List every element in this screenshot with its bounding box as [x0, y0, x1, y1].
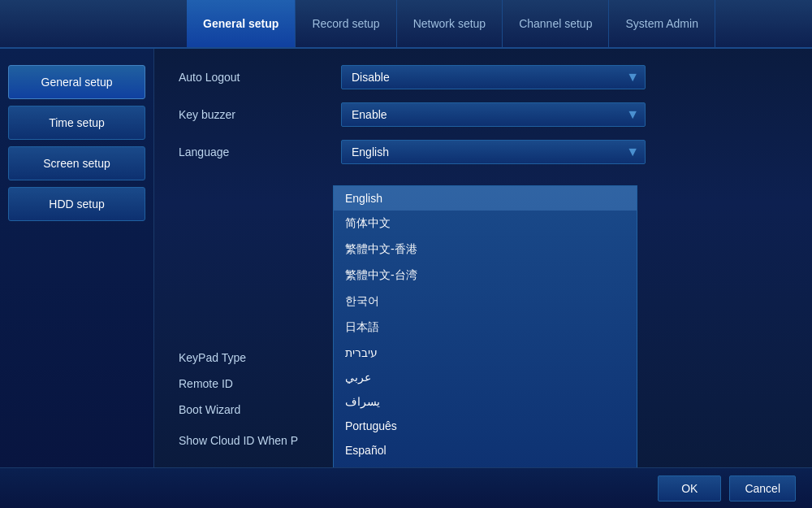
sidebar-item-hdd[interactable]: HDD setup	[8, 187, 145, 221]
key-buzzer-select[interactable]: Enable Disable	[341, 102, 646, 127]
sidebar-item-general[interactable]: General setup	[8, 65, 145, 99]
sidebar: General setup Time setup Screen setup HD…	[0, 49, 154, 467]
language-option-5[interactable]: 日本語	[334, 315, 637, 341]
language-option-4[interactable]: 한국어	[334, 289, 637, 315]
cancel-button[interactable]: Cancel	[729, 475, 796, 501]
keypad-type-label: KeyPad Type	[179, 351, 341, 364]
key-buzzer-label: Key buzzer	[179, 108, 341, 121]
content-area: Auto Logout Disable 1 min 5 min ▼ Key bu…	[154, 49, 812, 467]
auto-logout-row: Auto Logout Disable 1 min 5 min ▼	[179, 65, 788, 89]
language-option-2[interactable]: 繁體中文-香港	[334, 237, 637, 263]
language-option-0[interactable]: English	[334, 186, 637, 211]
language-option-6[interactable]: עיברית	[334, 341, 637, 365]
language-option-3[interactable]: 繁體中文-台湾	[334, 263, 637, 289]
language-option-10[interactable]: Español	[334, 438, 637, 462]
ok-button[interactable]: OK	[658, 475, 721, 501]
language-option-9[interactable]: Português	[334, 414, 637, 438]
show-cloud-id-label: Show Cloud ID When P	[179, 434, 341, 447]
top-nav: General setup Record setup Network setup…	[0, 0, 812, 49]
language-option-1[interactable]: 简体中文	[334, 211, 637, 237]
language-select-display[interactable]: English	[341, 140, 646, 164]
sidebar-item-time[interactable]: Time setup	[8, 106, 145, 140]
boot-wizard-label: Boot Wizard	[179, 403, 341, 416]
auto-logout-control: Disable 1 min 5 min ▼	[341, 65, 646, 89]
language-row: Language English ▼	[179, 140, 788, 164]
main-content: General setup Time setup Screen setup HD…	[0, 49, 812, 467]
language-option-11[interactable]: Magyar	[334, 462, 637, 467]
key-buzzer-control: Enable Disable ▼	[341, 102, 646, 127]
language-option-8[interactable]: يسراف	[334, 389, 637, 414]
auto-logout-select[interactable]: Disable 1 min 5 min	[341, 65, 646, 89]
tab-record[interactable]: Record setup	[296, 0, 396, 47]
tab-sysadmin[interactable]: System Admin	[609, 0, 715, 47]
language-label: Language	[179, 145, 341, 158]
sidebar-item-screen[interactable]: Screen setup	[8, 146, 145, 180]
language-control: English ▼	[341, 140, 646, 164]
remote-id-label: Remote ID	[179, 377, 341, 390]
auto-logout-label: Auto Logout	[179, 71, 341, 84]
tab-network[interactable]: Network setup	[397, 0, 503, 47]
language-option-7[interactable]: عربي	[334, 365, 637, 389]
key-buzzer-row: Key buzzer Enable Disable ▼	[179, 102, 788, 127]
tab-general[interactable]: General setup	[187, 0, 296, 47]
tab-channel[interactable]: Channel setup	[503, 0, 609, 47]
language-dropdown[interactable]: English简体中文繁體中文-香港繁體中文-台湾한국어日本語עיבריתعرب…	[333, 185, 637, 467]
bottom-bar: OK Cancel	[0, 467, 812, 508]
